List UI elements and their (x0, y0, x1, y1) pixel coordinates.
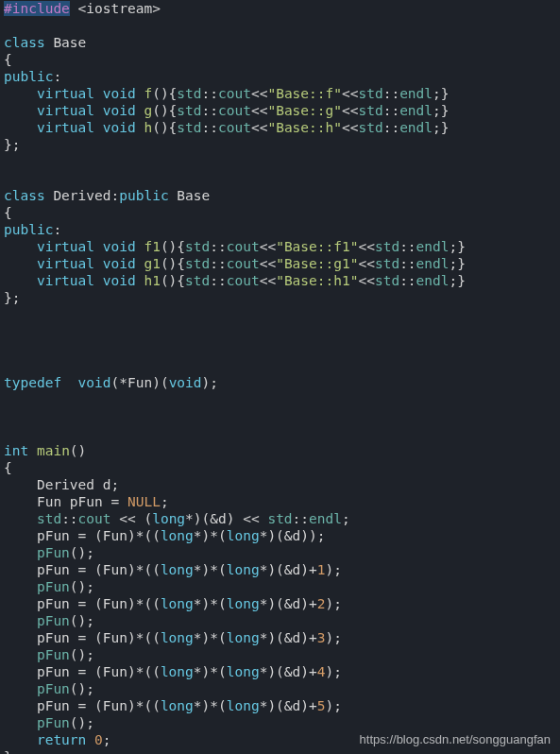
watermark-text: https://blog.csdn.net/songguangfan (360, 731, 551, 748)
include-directive: #include (4, 1, 70, 16)
code-block: #include <iostream> class Base { public:… (0, 0, 560, 754)
